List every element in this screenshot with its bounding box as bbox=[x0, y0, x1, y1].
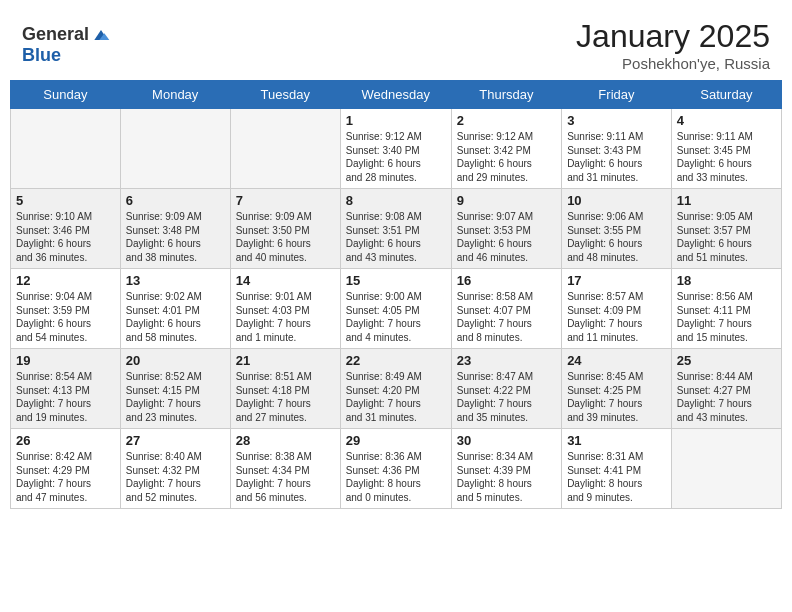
day-number: 27 bbox=[126, 433, 225, 448]
day-number: 8 bbox=[346, 193, 446, 208]
day-number: 25 bbox=[677, 353, 776, 368]
day-number: 14 bbox=[236, 273, 335, 288]
calendar-day-cell: 10Sunrise: 9:06 AM Sunset: 3:55 PM Dayli… bbox=[562, 189, 672, 269]
day-number: 1 bbox=[346, 113, 446, 128]
day-info: Sunrise: 8:45 AM Sunset: 4:25 PM Dayligh… bbox=[567, 370, 666, 424]
day-info: Sunrise: 8:40 AM Sunset: 4:32 PM Dayligh… bbox=[126, 450, 225, 504]
calendar-day-cell: 13Sunrise: 9:02 AM Sunset: 4:01 PM Dayli… bbox=[120, 269, 230, 349]
day-info: Sunrise: 9:08 AM Sunset: 3:51 PM Dayligh… bbox=[346, 210, 446, 264]
calendar-week-row: 12Sunrise: 9:04 AM Sunset: 3:59 PM Dayli… bbox=[11, 269, 782, 349]
day-info: Sunrise: 9:00 AM Sunset: 4:05 PM Dayligh… bbox=[346, 290, 446, 344]
day-number: 15 bbox=[346, 273, 446, 288]
day-number: 26 bbox=[16, 433, 115, 448]
day-number: 23 bbox=[457, 353, 556, 368]
day-info: Sunrise: 8:31 AM Sunset: 4:41 PM Dayligh… bbox=[567, 450, 666, 504]
calendar-day-cell: 21Sunrise: 8:51 AM Sunset: 4:18 PM Dayli… bbox=[230, 349, 340, 429]
day-info: Sunrise: 9:09 AM Sunset: 3:48 PM Dayligh… bbox=[126, 210, 225, 264]
day-number: 17 bbox=[567, 273, 666, 288]
day-number: 22 bbox=[346, 353, 446, 368]
calendar-day-cell: 8Sunrise: 9:08 AM Sunset: 3:51 PM Daylig… bbox=[340, 189, 451, 269]
day-info: Sunrise: 8:36 AM Sunset: 4:36 PM Dayligh… bbox=[346, 450, 446, 504]
calendar-day-cell: 27Sunrise: 8:40 AM Sunset: 4:32 PM Dayli… bbox=[120, 429, 230, 509]
day-info: Sunrise: 8:56 AM Sunset: 4:11 PM Dayligh… bbox=[677, 290, 776, 344]
title-section: January 2025 Poshekhon'ye, Russia bbox=[576, 18, 770, 72]
day-info: Sunrise: 9:07 AM Sunset: 3:53 PM Dayligh… bbox=[457, 210, 556, 264]
day-info: Sunrise: 9:06 AM Sunset: 3:55 PM Dayligh… bbox=[567, 210, 666, 264]
calendar-day-cell: 19Sunrise: 8:54 AM Sunset: 4:13 PM Dayli… bbox=[11, 349, 121, 429]
calendar-day-cell: 14Sunrise: 9:01 AM Sunset: 4:03 PM Dayli… bbox=[230, 269, 340, 349]
calendar-day-cell: 26Sunrise: 8:42 AM Sunset: 4:29 PM Dayli… bbox=[11, 429, 121, 509]
calendar-day-cell bbox=[230, 109, 340, 189]
calendar-day-cell: 2Sunrise: 9:12 AM Sunset: 3:42 PM Daylig… bbox=[451, 109, 561, 189]
day-info: Sunrise: 9:12 AM Sunset: 3:42 PM Dayligh… bbox=[457, 130, 556, 184]
day-info: Sunrise: 8:58 AM Sunset: 4:07 PM Dayligh… bbox=[457, 290, 556, 344]
calendar-day-cell: 9Sunrise: 9:07 AM Sunset: 3:53 PM Daylig… bbox=[451, 189, 561, 269]
day-info: Sunrise: 9:09 AM Sunset: 3:50 PM Dayligh… bbox=[236, 210, 335, 264]
day-info: Sunrise: 9:04 AM Sunset: 3:59 PM Dayligh… bbox=[16, 290, 115, 344]
day-number: 16 bbox=[457, 273, 556, 288]
calendar-day-cell: 7Sunrise: 9:09 AM Sunset: 3:50 PM Daylig… bbox=[230, 189, 340, 269]
calendar-day-cell: 16Sunrise: 8:58 AM Sunset: 4:07 PM Dayli… bbox=[451, 269, 561, 349]
day-number: 28 bbox=[236, 433, 335, 448]
day-number: 30 bbox=[457, 433, 556, 448]
day-number: 12 bbox=[16, 273, 115, 288]
day-of-week-header: Friday bbox=[562, 81, 672, 109]
day-number: 11 bbox=[677, 193, 776, 208]
day-number: 9 bbox=[457, 193, 556, 208]
calendar-day-cell: 3Sunrise: 9:11 AM Sunset: 3:43 PM Daylig… bbox=[562, 109, 672, 189]
calendar-header-row: SundayMondayTuesdayWednesdayThursdayFrid… bbox=[11, 81, 782, 109]
day-number: 3 bbox=[567, 113, 666, 128]
day-of-week-header: Tuesday bbox=[230, 81, 340, 109]
day-info: Sunrise: 9:02 AM Sunset: 4:01 PM Dayligh… bbox=[126, 290, 225, 344]
location-text: Poshekhon'ye, Russia bbox=[576, 55, 770, 72]
calendar-day-cell: 22Sunrise: 8:49 AM Sunset: 4:20 PM Dayli… bbox=[340, 349, 451, 429]
day-of-week-header: Wednesday bbox=[340, 81, 451, 109]
calendar-day-cell: 29Sunrise: 8:36 AM Sunset: 4:36 PM Dayli… bbox=[340, 429, 451, 509]
day-info: Sunrise: 8:54 AM Sunset: 4:13 PM Dayligh… bbox=[16, 370, 115, 424]
day-of-week-header: Sunday bbox=[11, 81, 121, 109]
day-info: Sunrise: 9:11 AM Sunset: 3:43 PM Dayligh… bbox=[567, 130, 666, 184]
calendar-day-cell: 11Sunrise: 9:05 AM Sunset: 3:57 PM Dayli… bbox=[671, 189, 781, 269]
calendar-day-cell bbox=[671, 429, 781, 509]
day-number: 2 bbox=[457, 113, 556, 128]
calendar-week-row: 19Sunrise: 8:54 AM Sunset: 4:13 PM Dayli… bbox=[11, 349, 782, 429]
calendar-day-cell: 18Sunrise: 8:56 AM Sunset: 4:11 PM Dayli… bbox=[671, 269, 781, 349]
day-info: Sunrise: 8:38 AM Sunset: 4:34 PM Dayligh… bbox=[236, 450, 335, 504]
day-number: 21 bbox=[236, 353, 335, 368]
calendar-day-cell: 30Sunrise: 8:34 AM Sunset: 4:39 PM Dayli… bbox=[451, 429, 561, 509]
day-number: 29 bbox=[346, 433, 446, 448]
day-info: Sunrise: 8:57 AM Sunset: 4:09 PM Dayligh… bbox=[567, 290, 666, 344]
day-info: Sunrise: 8:42 AM Sunset: 4:29 PM Dayligh… bbox=[16, 450, 115, 504]
day-number: 24 bbox=[567, 353, 666, 368]
day-number: 19 bbox=[16, 353, 115, 368]
calendar-day-cell: 5Sunrise: 9:10 AM Sunset: 3:46 PM Daylig… bbox=[11, 189, 121, 269]
calendar-day-cell: 12Sunrise: 9:04 AM Sunset: 3:59 PM Dayli… bbox=[11, 269, 121, 349]
calendar-day-cell: 28Sunrise: 8:38 AM Sunset: 4:34 PM Dayli… bbox=[230, 429, 340, 509]
day-number: 4 bbox=[677, 113, 776, 128]
day-info: Sunrise: 9:01 AM Sunset: 4:03 PM Dayligh… bbox=[236, 290, 335, 344]
day-info: Sunrise: 9:12 AM Sunset: 3:40 PM Dayligh… bbox=[346, 130, 446, 184]
calendar-day-cell bbox=[11, 109, 121, 189]
logo-blue-text: Blue bbox=[22, 45, 61, 65]
calendar-day-cell: 20Sunrise: 8:52 AM Sunset: 4:15 PM Dayli… bbox=[120, 349, 230, 429]
calendar-week-row: 1Sunrise: 9:12 AM Sunset: 3:40 PM Daylig… bbox=[11, 109, 782, 189]
day-number: 5 bbox=[16, 193, 115, 208]
day-info: Sunrise: 8:44 AM Sunset: 4:27 PM Dayligh… bbox=[677, 370, 776, 424]
day-number: 10 bbox=[567, 193, 666, 208]
page-header: General Blue January 2025 Poshekhon'ye, … bbox=[10, 10, 782, 76]
day-info: Sunrise: 8:47 AM Sunset: 4:22 PM Dayligh… bbox=[457, 370, 556, 424]
logo-general-text: General bbox=[22, 24, 89, 45]
day-info: Sunrise: 8:51 AM Sunset: 4:18 PM Dayligh… bbox=[236, 370, 335, 424]
day-info: Sunrise: 9:05 AM Sunset: 3:57 PM Dayligh… bbox=[677, 210, 776, 264]
calendar-day-cell: 23Sunrise: 8:47 AM Sunset: 4:22 PM Dayli… bbox=[451, 349, 561, 429]
calendar-day-cell: 15Sunrise: 9:00 AM Sunset: 4:05 PM Dayli… bbox=[340, 269, 451, 349]
calendar-week-row: 5Sunrise: 9:10 AM Sunset: 3:46 PM Daylig… bbox=[11, 189, 782, 269]
day-number: 7 bbox=[236, 193, 335, 208]
day-number: 20 bbox=[126, 353, 225, 368]
day-info: Sunrise: 8:52 AM Sunset: 4:15 PM Dayligh… bbox=[126, 370, 225, 424]
day-number: 6 bbox=[126, 193, 225, 208]
calendar-week-row: 26Sunrise: 8:42 AM Sunset: 4:29 PM Dayli… bbox=[11, 429, 782, 509]
day-number: 13 bbox=[126, 273, 225, 288]
calendar-day-cell: 4Sunrise: 9:11 AM Sunset: 3:45 PM Daylig… bbox=[671, 109, 781, 189]
month-year-title: January 2025 bbox=[576, 18, 770, 55]
